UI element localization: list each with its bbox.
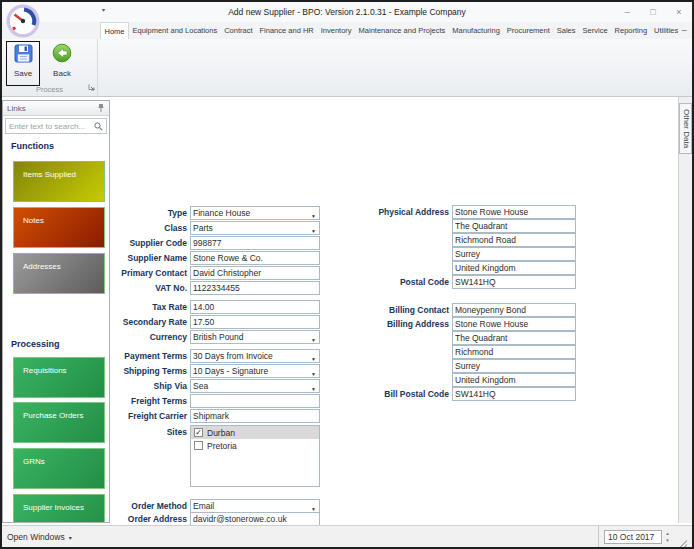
order-method-label: Order Method — [110, 501, 190, 511]
order-address-input[interactable] — [190, 512, 320, 526]
tax-rate-row: Tax Rate — [110, 300, 320, 314]
supplier-code-row: Supplier Code — [110, 236, 320, 250]
order-method-combobox[interactable]: Email — [190, 499, 320, 513]
tab-reporting[interactable]: Reporting — [611, 22, 651, 39]
site-option-pretoria[interactable]: Pretoria — [191, 439, 319, 452]
physical-address-line-5[interactable] — [452, 261, 576, 275]
separator — [598, 526, 599, 547]
physical-address-line-2[interactable] — [452, 219, 576, 233]
notes-button[interactable]: Notes — [13, 207, 105, 248]
vat-no-label: VAT No. — [110, 283, 190, 293]
tab-manufacturing[interactable]: Manufacturing — [449, 22, 504, 39]
status-bar: Open Windows▾ 10 Oct 2017 ▲ ▼ — [2, 525, 692, 547]
tab-inventory[interactable]: Inventory — [317, 22, 355, 39]
ribbon-tab-bar: Home Equipment and Locations Contract Fi… — [2, 22, 692, 39]
back-button-label: Back — [53, 69, 71, 78]
tab-contract[interactable]: Contract — [221, 22, 256, 39]
save-button[interactable]: Save — [6, 41, 40, 86]
dialog-launcher-icon[interactable] — [88, 77, 95, 95]
sites-label: Sites — [110, 425, 190, 439]
billing-address-line-2[interactable] — [452, 331, 576, 345]
resize-grip[interactable] — [677, 537, 687, 547]
pin-icon[interactable] — [97, 100, 105, 117]
billing-address-line-4[interactable] — [452, 359, 576, 373]
minimize-button[interactable]: – — [614, 2, 640, 22]
quick-access-dropdown-icon[interactable]: ▾ — [102, 6, 105, 13]
back-button[interactable]: Back — [45, 41, 79, 86]
billing-address-line-5[interactable] — [452, 373, 576, 387]
grns-button[interactable]: GRNs — [13, 448, 105, 489]
class-combobox[interactable]: Parts — [190, 221, 320, 235]
checkbox-checked-icon[interactable]: ✓ — [194, 428, 203, 437]
type-combobox[interactable]: Finance House — [190, 206, 320, 220]
app-logo-gauge-icon[interactable] — [5, 3, 41, 43]
primary-contact-row: Primary Contact — [110, 266, 320, 280]
supplier-invoices-button[interactable]: Supplier Invoices — [13, 494, 105, 523]
bill-postal-code-input[interactable] — [452, 387, 576, 401]
tab-sales[interactable]: Sales — [553, 22, 579, 39]
freight-terms-input[interactable] — [190, 394, 320, 408]
tab-finance-and-hr[interactable]: Finance and HR — [256, 22, 317, 39]
bill-postal-code-row: Bill Postal Code — [364, 387, 576, 401]
billing-address-line-3[interactable] — [452, 345, 576, 359]
mdi-minimize-icon[interactable]: – — [682, 26, 687, 35]
postal-code-input[interactable] — [452, 275, 576, 289]
secondary-rate-row: Secondary Rate — [110, 315, 320, 329]
other-data-tab[interactable]: Other Data — [679, 103, 692, 154]
billing-address-row-2 — [364, 331, 576, 345]
payment-terms-combobox[interactable]: 30 Days from Invoice — [190, 349, 320, 363]
items-supplied-button[interactable]: Items Supplied — [13, 161, 105, 202]
tax-rate-input[interactable] — [190, 300, 320, 314]
site-option-durban[interactable]: ✓ Durban — [191, 426, 319, 439]
sites-row: Sites ✓ Durban Pretoria — [110, 425, 320, 487]
vat-no-input[interactable] — [190, 281, 320, 295]
maximize-button[interactable]: □ — [640, 2, 666, 22]
billing-contact-input[interactable] — [452, 303, 576, 317]
tab-utilities[interactable]: Utilities — [651, 22, 682, 39]
open-windows-dropdown[interactable]: Open Windows▾ — [7, 532, 72, 542]
close-button[interactable]: × — [666, 2, 692, 22]
spin-up-icon[interactable]: ▲ — [663, 530, 672, 537]
billing-address-line-1[interactable] — [452, 317, 576, 331]
checkbox-icon[interactable] — [194, 441, 203, 450]
sites-listbox[interactable]: ✓ Durban Pretoria — [190, 425, 320, 487]
freight-carrier-input[interactable] — [190, 409, 320, 423]
shipping-terms-combobox[interactable]: 10 Days - Signature — [190, 364, 320, 378]
secondary-rate-input[interactable] — [190, 315, 320, 329]
supplier-name-input[interactable] — [190, 251, 320, 265]
chevron-down-icon[interactable] — [308, 219, 319, 237]
tab-equipment-and-locations[interactable]: Equipment and Locations — [129, 22, 221, 39]
requisitions-button[interactable]: Requisitions — [13, 357, 105, 398]
addresses-button[interactable]: Addresses — [13, 253, 105, 294]
spin-down-icon[interactable]: ▼ — [663, 537, 672, 544]
date-editor[interactable]: 10 Oct 2017 — [604, 530, 662, 544]
purchase-orders-button[interactable]: Purchase Orders — [13, 402, 105, 443]
tab-service[interactable]: Service — [579, 22, 611, 39]
tab-home[interactable]: Home — [100, 22, 129, 39]
save-button-label: Save — [14, 69, 32, 78]
bill-postal-code-label: Bill Postal Code — [364, 389, 452, 399]
functions-section-title: Functions — [11, 141, 54, 151]
back-arrow-icon — [52, 43, 72, 67]
chevron-down-icon[interactable] — [308, 377, 319, 395]
physical-address-line-1[interactable] — [452, 205, 576, 219]
currency-combobox[interactable]: British Pound — [190, 330, 320, 344]
supplier-name-row: Supplier Name — [110, 251, 320, 265]
billing-address-label: Billing Address — [364, 319, 452, 329]
physical-address-line-3[interactable] — [452, 233, 576, 247]
chevron-down-icon: ▾ — [69, 535, 72, 541]
supplier-code-input[interactable] — [190, 236, 320, 250]
chevron-down-icon[interactable] — [308, 328, 319, 346]
primary-contact-input[interactable] — [190, 266, 320, 280]
physical-address-row: Physical Address — [364, 205, 576, 219]
physical-address-line-4[interactable] — [452, 247, 576, 261]
mdi-window-controls: – × — [682, 22, 694, 39]
billing-address-row-5 — [364, 373, 576, 387]
search-input[interactable] — [6, 122, 94, 131]
ship-via-row: Ship Via Sea — [110, 379, 320, 393]
tab-maintenance-and-projects[interactable]: Maintenance and Projects — [355, 22, 449, 39]
billing-address-row: Billing Address — [364, 317, 576, 331]
tab-procurement[interactable]: Procurement — [503, 22, 553, 39]
search-icon[interactable] — [94, 117, 106, 135]
ship-via-combobox[interactable]: Sea — [190, 379, 320, 393]
